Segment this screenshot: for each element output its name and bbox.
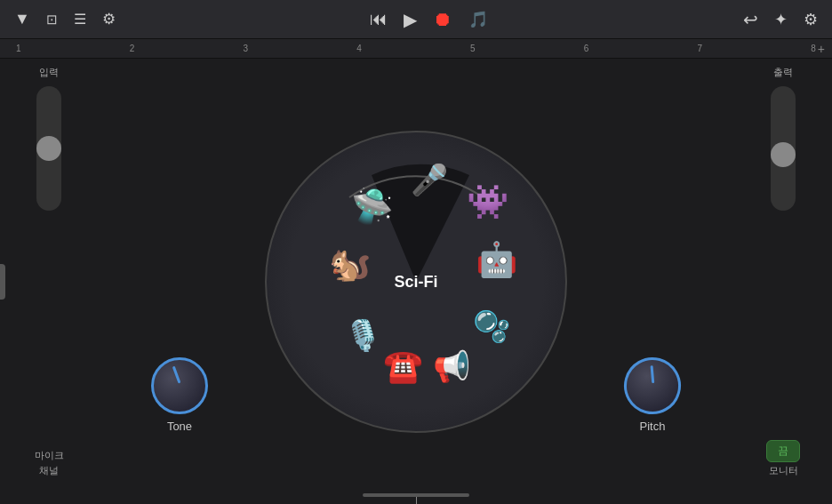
tone-knob-container: Tone — [151, 357, 208, 433]
mixer-icon[interactable]: ⚙ — [102, 10, 116, 28]
pitch-knob-container: Pitch — [624, 357, 681, 433]
circle-center-label: Sci-Fi — [394, 272, 437, 291]
input-label: 입력 — [39, 66, 59, 79]
monitor-label: 모니터 — [769, 464, 798, 477]
channel-label: 채널 — [39, 464, 59, 477]
metronome-icon[interactable]: 🎵 — [468, 10, 488, 29]
brightness-icon[interactable]: ✦ — [774, 10, 788, 29]
mute-button[interactable]: 끔 — [766, 440, 800, 462]
record-icon[interactable]: ⏺ — [433, 8, 452, 31]
toolbar-right: ↩ ✦ ⚙ — [743, 9, 818, 30]
ruler-numbers: 1 2 3 4 5 6 7 8 — [7, 44, 825, 53]
monster-icon[interactable]: 👾 — [467, 182, 508, 221]
input-slider[interactable] — [36, 86, 61, 211]
tone-knob[interactable] — [151, 357, 208, 414]
settings-icon[interactable]: ⚙ — [804, 10, 818, 29]
dropdown-icon[interactable]: ▼ — [14, 10, 30, 28]
undo-icon[interactable]: ↩ — [743, 9, 758, 30]
rewind-icon[interactable]: ⏮ — [370, 9, 388, 29]
left-panel-bottom: 마이크 채널 — [0, 449, 98, 477]
robot-icon[interactable]: 🤖 — [476, 240, 517, 279]
mic-label: 마이크 — [35, 449, 64, 462]
output-slider-thumb[interactable] — [771, 142, 796, 167]
scroll-line — [416, 497, 417, 504]
pitch-label: Pitch — [640, 420, 666, 433]
right-panel-bottom: 끔 모니터 — [734, 440, 832, 477]
toolbar: ▼ ⊡ ☰ ⚙ ⏮ ▶ ⏺ 🎵 ↩ ✦ ⚙ — [0, 0, 832, 39]
scroll-indicator — [363, 493, 469, 497]
toolbar-center: ⏮ ▶ ⏺ 🎵 — [370, 8, 488, 31]
megaphone-icon[interactable]: 📢 — [433, 348, 470, 384]
add-track-button[interactable]: + — [818, 42, 825, 56]
input-slider-thumb[interactable] — [36, 136, 61, 161]
play-icon[interactable]: ▶ — [404, 9, 417, 30]
list-icon[interactable]: ☰ — [74, 11, 86, 28]
telephone-icon[interactable]: ☎️ — [383, 348, 423, 385]
layout-icon[interactable]: ⊡ — [46, 12, 58, 28]
tone-label: Tone — [167, 420, 192, 433]
pitch-knob[interactable] — [618, 351, 687, 420]
right-panel: 출력 끔 모니터 — [734, 59, 832, 504]
toolbar-left: ▼ ⊡ ☰ ⚙ — [14, 10, 116, 28]
output-label: 출력 — [773, 66, 793, 79]
left-panel: 입력 마이크 채널 — [0, 59, 98, 504]
phone-side-button — [0, 264, 5, 300]
main-area: 입력 마이크 채널 Tone 🛸 — [0, 59, 832, 504]
mic2-icon[interactable]: 🎙️ — [344, 317, 381, 353]
output-slider[interactable] — [771, 86, 796, 211]
squirrel-icon[interactable]: 🐿️ — [329, 244, 371, 284]
voice-selector-circle[interactable]: 🛸 🎤 👾 🐿️ 🤖 🎙️ ☎️ 📢 🫧 Sci-Fi — [265, 131, 567, 433]
bubble-icon[interactable]: 🫧 — [473, 308, 510, 344]
ufo-icon[interactable]: 🛸 — [351, 187, 393, 226]
microphone-icon[interactable]: 🎤 — [411, 162, 448, 197]
ruler: 1 2 3 4 5 6 7 8 + — [0, 39, 832, 59]
center-area: Tone 🛸 🎤 👾 🐿️ 🤖 🎙️ — [98, 59, 734, 504]
